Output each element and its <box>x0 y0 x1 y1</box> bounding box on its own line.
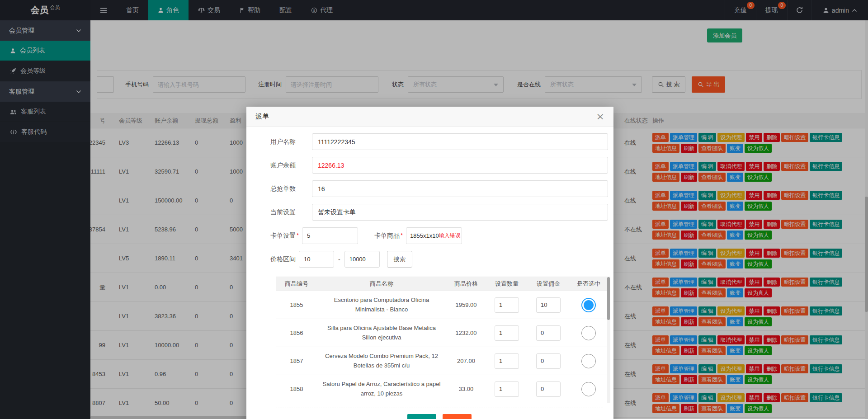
product-header-cell: 设置佣金 <box>528 280 569 288</box>
product-price: 33.00 <box>446 386 486 392</box>
product-table: 商品编号商品名称商品价格设置数量设置佣金是否选中 1855Escritorio … <box>276 277 610 403</box>
select-radio[interactable] <box>581 382 596 396</box>
product-scrollbar-thumb[interactable] <box>607 277 610 320</box>
submit-button[interactable]: 提交 <box>407 414 436 419</box>
product-header-cell: 商品编号 <box>276 280 317 288</box>
product-header-cell: 商品名称 <box>317 280 446 288</box>
current-setting-field-label: 当前设置 <box>270 208 296 217</box>
product-table-header: 商品编号商品名称商品价格设置数量设置佣金是否选中 <box>276 277 610 291</box>
product-id: 1856 <box>276 330 317 336</box>
qty-input[interactable] <box>495 297 519 313</box>
card-setting-field-label: 卡单设置* <box>270 232 299 240</box>
total-orders-field[interactable] <box>312 180 608 197</box>
username-field[interactable] <box>312 133 608 150</box>
commission-input[interactable] <box>536 325 561 341</box>
modal-header: 派单 × <box>246 107 613 127</box>
total-orders-field-label: 总抢单数 <box>270 185 296 193</box>
product-price: 1232.00 <box>446 330 486 336</box>
dispatch-modal: 派单 × 用户名称 账户余额 总抢单数 当前设置 卡单设置* 卡单商品* 185… <box>246 107 613 419</box>
product-name: Silla para Oficina Ajustable Base Metali… <box>317 324 446 342</box>
balance-field-label: 账户余额 <box>270 161 296 169</box>
commission-input[interactable] <box>536 353 561 369</box>
card-product-field[interactable]: 1855x1x10 输入错误 <box>406 227 462 244</box>
product-id: 1855 <box>276 301 317 308</box>
product-row: 1858Satoru Papel de Arroz, Característic… <box>276 375 610 403</box>
username-field-label: 用户名称 <box>270 138 296 146</box>
current-setting-field[interactable] <box>312 204 608 221</box>
price-min-field[interactable] <box>299 251 334 268</box>
card-product-field-label: 卡单商品* <box>374 232 403 240</box>
product-price: 207.00 <box>446 358 486 364</box>
product-name: Cerveza Modelo Combo Premium Pack, 12 Bo… <box>317 352 446 370</box>
price-range-label: 价格区间 <box>270 255 296 264</box>
product-price: 1959.00 <box>446 301 486 308</box>
commission-input[interactable] <box>536 381 561 397</box>
balance-field[interactable] <box>312 157 608 174</box>
required-star: * <box>297 232 299 239</box>
product-row: 1856Silla para Oficina Ajustable Base Me… <box>276 319 610 347</box>
select-radio[interactable] <box>581 326 596 340</box>
cancel-button[interactable]: 取消 <box>443 414 472 419</box>
price-max-field[interactable] <box>344 251 380 268</box>
price-range-separator: - <box>338 256 340 263</box>
product-header-cell: 设置数量 <box>486 280 528 288</box>
close-icon[interactable]: × <box>596 112 604 122</box>
card-product-value: 1855x1x10 <box>410 232 439 239</box>
commission-input[interactable] <box>536 297 561 313</box>
card-product-error: 输入错误 <box>439 232 461 240</box>
product-header-cell: 商品价格 <box>446 280 486 288</box>
product-search-button[interactable]: 搜索 <box>387 251 412 268</box>
product-row: 1857Cerveza Modelo Combo Premium Pack, 1… <box>276 347 610 375</box>
required-star: * <box>401 232 403 239</box>
qty-input[interactable] <box>495 381 519 397</box>
qty-input[interactable] <box>495 353 519 369</box>
product-header-cell: 是否选中 <box>569 280 608 288</box>
product-name: Satoru Papel de Arroz, Característico a … <box>317 380 446 398</box>
product-name: Escritorio para Computadora Oficina Mini… <box>317 296 446 314</box>
product-id: 1858 <box>276 386 317 392</box>
modal-body: 用户名称 账户余额 总抢单数 当前设置 卡单设置* 卡单商品* 1855x1x1… <box>246 127 613 419</box>
card-setting-field[interactable] <box>302 227 358 244</box>
select-radio[interactable] <box>581 354 596 368</box>
product-row: 1855Escritorio para Computadora Oficina … <box>276 291 610 319</box>
qty-input[interactable] <box>495 325 519 341</box>
product-table-scrollbar[interactable] <box>607 277 610 403</box>
modal-title: 派单 <box>255 112 269 121</box>
select-radio[interactable] <box>581 298 596 312</box>
product-id: 1857 <box>276 358 317 364</box>
modal-footer: 提交 取消 <box>276 408 603 419</box>
